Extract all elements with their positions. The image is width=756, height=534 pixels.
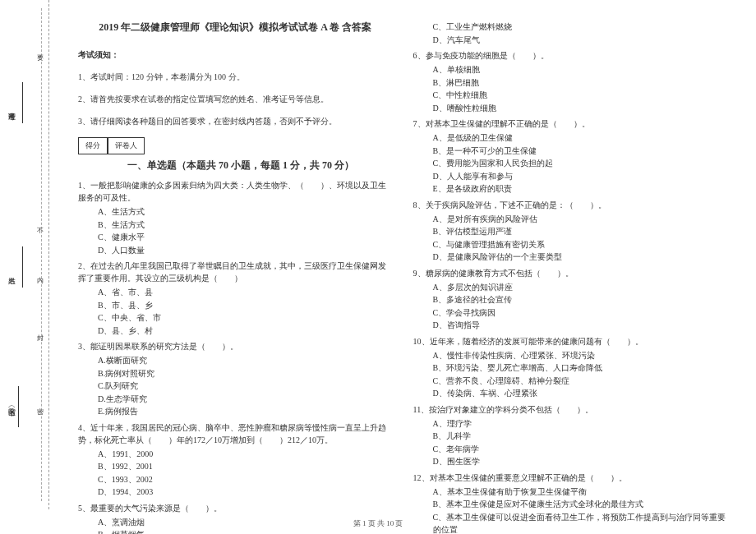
right-q4-stem: 10、近年来，随着经济的发展可能带来的健康问题有（ ）。 [413,335,728,348]
score-box: 得分 评卷人 [78,137,393,154]
right-q2-opt0: A、是对所有疾病的风险评估 [433,213,728,226]
left-q1: 2、在过去的几年里我国已取得了举世瞩目的卫生成就，其中，三级医疗卫生保健网发挥了… [78,260,393,337]
right-q1-opt1: B、是一种不可少的卫生保健 [433,145,728,158]
left-q0-opt2: C、健康水平 [98,231,393,244]
notice-header: 考试须知： [78,49,393,61]
right-q2: 8、关于疾病风险评估，下述不正确的是：（ ）。A、是对所有疾病的风险评估B、评估… [413,199,728,264]
right-q2-opt2: C、与健康管理措施有密切关系 [433,238,728,251]
left-q1-opt3: D、县、乡、村 [98,325,393,338]
right-q3-stem: 9、糖尿病的健康教育方式不包括（ ）。 [413,267,728,279]
left-q0-opt1: B、生活方式 [98,219,393,232]
right-q3-opt2: C、学会寻找病因 [433,306,728,320]
right-q5-stem: 11、按治疗对象建立的学科分类不包括（ ）。 [413,403,728,416]
right-q3-opt1: B、多途径的社会宣传 [433,293,728,306]
right-q4-opt0: A、慢性非传染性疾病、心理紧张、环境污染 [433,349,728,362]
right-q2-stem: 8、关于疾病风险评估，下述不正确的是：（ ）。 [413,199,728,211]
right-q0-opt3: D、嗜酸性粒细胞 [433,102,728,115]
right-q3: 9、糖尿病的健康教育方式不包括（ ）。A、多层次的知识讲座B、多途径的社会宣传C… [413,267,728,332]
left-q0-opt3: D、人口数量 [98,244,393,257]
right-q5-opt3: D、围生医学 [433,455,728,468]
section1-title: 一、单选题（本题共 70 小题，每题 1 分，共 70 分） [127,159,393,173]
left-q2-opt2: C.队列研究 [98,380,393,393]
left-q2-opt3: D.生态学研究 [98,393,393,406]
notice-2: 2、请首先按要求在试卷的指定位置填写您的姓名、准考证号等信息。 [78,93,393,105]
right-q5: 11、按治疗对象建立的学科分类不包括（ ）。A、理疗学B、儿科学C、老年病学D、… [413,403,728,468]
left-q0-opt0: A、生活方式 [98,205,393,219]
q5-opt-c: C、工业生产燃料燃烧 [433,21,728,34]
right-q6-opt1: B、基本卫生保健是应对不健康生活方式全球化的最佳方式 [433,498,728,511]
right-q6-opt0: A、基本卫生保健有助于恢复卫生保健平衡 [433,486,728,499]
right-q4-opt2: C、营养不良、心理障碍、精神分裂症 [433,375,728,388]
left-q1-stem: 2、在过去的几年里我国已取得了举世瞩目的卫生成就，其中，三级医疗卫生保健网发挥了… [78,260,393,284]
right-q1-opt4: E、是各级政府的职责 [433,182,728,196]
reviewer-label: 评卷人 [108,137,145,154]
seal-mark-2: 封 [35,329,44,334]
right-q1-opt0: A、是低级的卫生保健 [433,131,728,145]
right-q0-stem: 6、参与免疫功能的细胞是（ ）。 [413,49,728,62]
right-q2-opt3: D、是健康风险评估的一个主要类型 [433,251,728,264]
right-q4: 10、近年来，随着经济的发展可能带来的健康问题有（ ）。A、慢性非传染性疾病、心… [413,335,728,400]
notice-1: 1、考试时间：120 分钟，本卷满分为 100 分。 [78,71,393,83]
seal-mark: 密 [35,403,44,407]
left-q4-opt1: B、烟草烟气 [98,528,393,534]
seal-mark-4: 不 [35,222,44,227]
right-column: C、工业生产燃料燃烧 D、汽车尾气 6、参与免疫功能的细胞是（ ）。A、单核细胞… [405,21,740,505]
right-q5-opt1: B、儿科学 [433,430,728,443]
left-q2: 3、能证明因果联系的研究方法是（ ）。A.横断面研究B.病例对照研究C.队列研究… [78,340,393,418]
left-q4-stem: 5、最重要的大气污染来源是（ ）。 [78,502,393,514]
left-q3-opt0: A、1991、2000 [98,448,393,461]
left-q0: 1、一般把影响健康的众多因素归纳为四大类：人类生物学、（ ）、环境以及卫生服务的… [78,179,393,256]
left-q1-opt1: B、市、县、乡 [98,299,393,312]
left-q3-opt1: B、1992、2001 [98,460,393,473]
right-q4-opt1: B、环境污染、婴儿死亡率增高、人口寿命降低 [433,361,728,375]
left-q2-opt1: B.病例对照研究 [98,367,393,380]
right-q1-opt2: C、费用能为国家和人民负担的起 [433,157,728,170]
page-footer: 第 1 页 共 10 页 [0,518,756,529]
right-q1: 7、对基本卫生保健的理解不正确的是（ ）。A、是低级的卫生保健B、是一种不可少的… [413,117,728,196]
seal-mark-5: 要 [35,49,44,54]
left-q3-opt3: D、1994、2003 [98,486,393,499]
right-q0-opt2: C、中性粒细胞 [433,89,728,102]
exam-title: 2019 年二级健康管理师《理论知识》模拟考试试卷 A 卷 含答案 [78,21,393,35]
left-q1-opt0: A、省、市、县 [98,286,393,299]
right-q0-opt1: B、淋巴细胞 [433,76,728,90]
right-q1-opt3: D、人人能享有和参与 [433,170,728,183]
left-q2-opt0: A.横断面研究 [98,354,393,367]
q5-opt-d: D、汽车尾气 [433,34,728,47]
binding-sidebar: 省（市区） 姓名 准考证号 密 封 内 不 要 [0,0,49,509]
notice-3: 3、请仔细阅读各种题目的回答要求，在密封线内答题，否则不予评分。 [78,115,393,127]
right-q3-opt3: D、咨询指导 [433,319,728,332]
right-q1-stem: 7、对基本卫生保健的理解不正确的是（ ）。 [413,117,728,130]
right-q0: 6、参与免疫功能的细胞是（ ）。A、单核细胞B、淋巴细胞C、中性粒细胞D、嗜酸性… [413,49,728,114]
left-q3-opt2: C、1993、2002 [98,473,393,486]
left-q2-opt4: E.病例报告 [98,405,393,418]
left-q0-stem: 1、一般把影响健康的众多因素归纳为四大类：人类生物学、（ ）、环境以及卫生服务的… [78,179,393,204]
left-q3: 4、近十年来，我国居民的冠心病、脑卒中、恶性肿瘤和糖尿病等慢性病一直呈上升趋势，… [78,421,393,499]
right-q2-opt1: B、评估模型运用严谨 [433,225,728,238]
right-q0-opt0: A、单核细胞 [433,63,728,76]
seal-mark-3: 内 [35,271,44,276]
right-q4-opt3: D、传染病、车祸、心理紧张 [433,387,728,400]
left-column: 2019 年二级健康管理师《理论知识》模拟考试试卷 A 卷 含答案 考试须知： … [78,21,405,505]
right-q6-stem: 12、对基本卫生保健的重要意义理解不正确的是（ ）。 [413,472,728,484]
left-q2-stem: 3、能证明因果联系的研究方法是（ ）。 [78,340,393,352]
right-q5-opt0: A、理疗学 [433,417,728,430]
right-q5-opt2: C、老年病学 [433,443,728,456]
score-label: 得分 [78,137,108,154]
right-q3-opt0: A、多层次的知识讲座 [433,281,728,294]
left-q1-opt2: C、中央、省、市 [98,311,393,325]
left-q3-stem: 4、近十年来，我国居民的冠心病、脑卒中、恶性肿瘤和糖尿病等慢性病一直呈上升趋势，… [78,421,393,446]
